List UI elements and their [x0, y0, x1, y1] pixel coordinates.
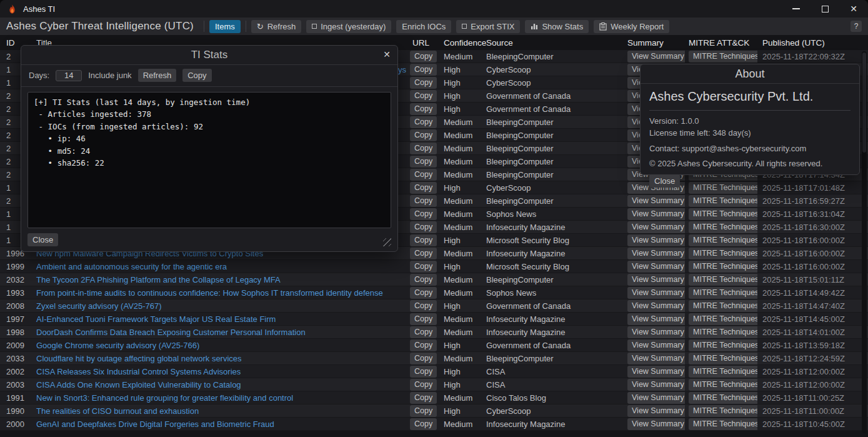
- mitre-techniques-button[interactable]: MITRE Techniques: [689, 379, 757, 391]
- help-button[interactable]: ?: [851, 21, 862, 32]
- column-header-url[interactable]: URL: [407, 38, 439, 48]
- view-summary-button[interactable]: View Summary: [627, 248, 685, 259]
- article-title-link[interactable]: New in Snort3: Enhanced rule grouping fo…: [36, 393, 293, 403]
- copy-url-button[interactable]: Copy: [410, 143, 437, 154]
- mitre-techniques-button[interactable]: MITRE Techniques: [689, 287, 757, 299]
- view-summary-button[interactable]: View Summary: [627, 221, 685, 233]
- vertical-scrollbar[interactable]: [862, 51, 867, 433]
- close-window-button[interactable]: ✕: [839, 0, 868, 18]
- mitre-techniques-button[interactable]: MITRE Techniques: [689, 221, 757, 233]
- view-summary-button[interactable]: View Summary: [627, 208, 685, 220]
- view-summary-button[interactable]: View Summary: [627, 313, 685, 325]
- view-summary-button[interactable]: View Summary: [627, 234, 685, 246]
- ti-stats-close-x-button[interactable]: ✕: [383, 50, 391, 59]
- copy-url-button[interactable]: Copy: [410, 326, 437, 338]
- copy-url-button[interactable]: Copy: [410, 51, 437, 63]
- view-summary-button[interactable]: View Summary: [627, 366, 685, 378]
- article-title-link[interactable]: DoorDash Confirms Data Breach Exposing C…: [36, 328, 306, 337]
- mitre-techniques-button[interactable]: MITRE Techniques: [689, 405, 757, 417]
- weekly-report-button[interactable]: Weekly Report: [594, 20, 669, 33]
- copy-url-button[interactable]: Copy: [410, 77, 437, 89]
- copy-url-button[interactable]: Copy: [410, 103, 437, 115]
- copy-url-button[interactable]: Copy: [410, 64, 437, 76]
- article-title-link[interactable]: Zyxel security advisory (AV25-767): [36, 301, 162, 311]
- copy-url-button[interactable]: Copy: [410, 339, 437, 351]
- copy-url-button[interactable]: Copy: [410, 353, 437, 364]
- article-title-link[interactable]: Ambient and autonomous security for the …: [36, 262, 227, 271]
- view-summary-button[interactable]: View Summary: [627, 418, 685, 430]
- mitre-techniques-button[interactable]: MITRE Techniques: [689, 313, 757, 325]
- show-stats-button[interactable]: Show Stats: [525, 20, 589, 33]
- article-title-link[interactable]: From point-in-time audits to continuous …: [36, 288, 383, 298]
- mitre-techniques-button[interactable]: MITRE Techniques: [689, 339, 757, 351]
- ingest-yesterday-button[interactable]: Ingest (yesterday): [306, 20, 391, 33]
- column-header-confidence[interactable]: Confidence: [439, 38, 481, 48]
- column-header-summary[interactable]: Summary: [624, 38, 685, 48]
- ti-stats-dialog-header[interactable]: TI Stats ✕: [21, 46, 397, 65]
- copy-url-button[interactable]: Copy: [410, 261, 437, 273]
- mitre-techniques-button[interactable]: MITRE Techniques: [689, 326, 757, 338]
- mitre-techniques-button[interactable]: MITRE Techniques: [689, 418, 757, 430]
- view-summary-button[interactable]: View Summary: [627, 379, 685, 391]
- about-dialog-header[interactable]: About: [641, 64, 859, 84]
- view-summary-button[interactable]: View Summary: [627, 392, 685, 404]
- column-header-published[interactable]: Published (UTC): [757, 38, 868, 48]
- copy-url-button[interactable]: Copy: [410, 169, 437, 181]
- mitre-techniques-button[interactable]: MITRE Techniques: [689, 234, 757, 246]
- mitre-techniques-button[interactable]: MITRE Techniques: [689, 51, 757, 63]
- article-title-link[interactable]: Cloudflare hit by outage affecting globa…: [36, 354, 242, 363]
- copy-url-button[interactable]: Copy: [410, 287, 437, 299]
- mitre-techniques-button[interactable]: MITRE Techniques: [689, 353, 757, 364]
- mitre-techniques-button[interactable]: MITRE Techniques: [689, 274, 757, 286]
- view-summary-button[interactable]: View Summary: [627, 287, 685, 299]
- copy-url-button[interactable]: Copy: [410, 405, 437, 417]
- mitre-techniques-button[interactable]: MITRE Techniques: [689, 195, 757, 207]
- article-title-link[interactable]: GenAI and Deepfakes Drive Digital Forger…: [36, 419, 274, 429]
- copy-url-button[interactable]: Copy: [410, 418, 437, 430]
- copy-url-button[interactable]: Copy: [410, 234, 437, 246]
- view-summary-button[interactable]: View Summary: [627, 51, 685, 63]
- enrich-iocs-button[interactable]: Enrich IOCs: [396, 20, 451, 33]
- column-header-source[interactable]: Source: [481, 38, 624, 48]
- include-junk-label[interactable]: Include junk: [88, 71, 131, 80]
- about-close-button[interactable]: Close: [649, 174, 680, 188]
- copy-url-button[interactable]: Copy: [410, 221, 437, 233]
- copy-url-button[interactable]: Copy: [410, 90, 437, 102]
- items-tab-button[interactable]: Items: [209, 20, 241, 33]
- view-summary-button[interactable]: View Summary: [627, 195, 685, 207]
- view-summary-button[interactable]: View Summary: [627, 261, 685, 273]
- stats-copy-button[interactable]: Copy: [182, 69, 211, 82]
- mitre-techniques-button[interactable]: MITRE Techniques: [689, 248, 757, 259]
- days-input[interactable]: [56, 70, 82, 81]
- article-title-link[interactable]: AI-Enhanced Tuoni Framework Targets Majo…: [36, 314, 276, 324]
- article-title-link[interactable]: CISA Releases Six Industrial Control Sys…: [36, 367, 241, 376]
- mitre-techniques-button[interactable]: MITRE Techniques: [689, 208, 757, 220]
- scrollbar-thumb[interactable]: [862, 53, 866, 153]
- copy-url-button[interactable]: Copy: [410, 182, 437, 194]
- copy-url-button[interactable]: Copy: [410, 195, 437, 207]
- mitre-techniques-button[interactable]: MITRE Techniques: [689, 366, 757, 378]
- article-title-link[interactable]: Google Chrome security advisory (AV25-76…: [36, 341, 199, 350]
- copy-url-button[interactable]: Copy: [410, 274, 437, 286]
- maximize-button[interactable]: [811, 0, 839, 18]
- view-summary-button[interactable]: View Summary: [627, 353, 685, 364]
- resize-grip-icon[interactable]: [383, 238, 391, 246]
- refresh-button[interactable]: ↻ Refresh: [251, 20, 301, 33]
- copy-url-button[interactable]: Copy: [410, 366, 437, 378]
- copy-url-button[interactable]: Copy: [410, 248, 437, 259]
- copy-url-button[interactable]: Copy: [410, 208, 437, 220]
- mitre-techniques-button[interactable]: MITRE Techniques: [689, 261, 757, 273]
- mitre-techniques-button[interactable]: MITRE Techniques: [689, 392, 757, 404]
- copy-url-button[interactable]: Copy: [410, 392, 437, 404]
- copy-url-button[interactable]: Copy: [410, 313, 437, 325]
- article-title-link[interactable]: CISA Adds One Known Exploited Vulnerabil…: [36, 380, 241, 389]
- copy-url-button[interactable]: Copy: [410, 116, 437, 128]
- view-summary-button[interactable]: View Summary: [627, 274, 685, 286]
- article-title-link[interactable]: The realities of CISO burnout and exhaus…: [36, 406, 199, 416]
- copy-url-button[interactable]: Copy: [410, 129, 437, 141]
- view-summary-button[interactable]: View Summary: [627, 405, 685, 417]
- stats-output-textarea[interactable]: [+] TI Stats (last 14 days, by ingestion…: [27, 92, 391, 228]
- copy-url-button[interactable]: Copy: [410, 300, 437, 312]
- view-summary-button[interactable]: View Summary: [627, 300, 685, 312]
- column-header-mitre[interactable]: MITRE ATT&CK: [685, 38, 757, 48]
